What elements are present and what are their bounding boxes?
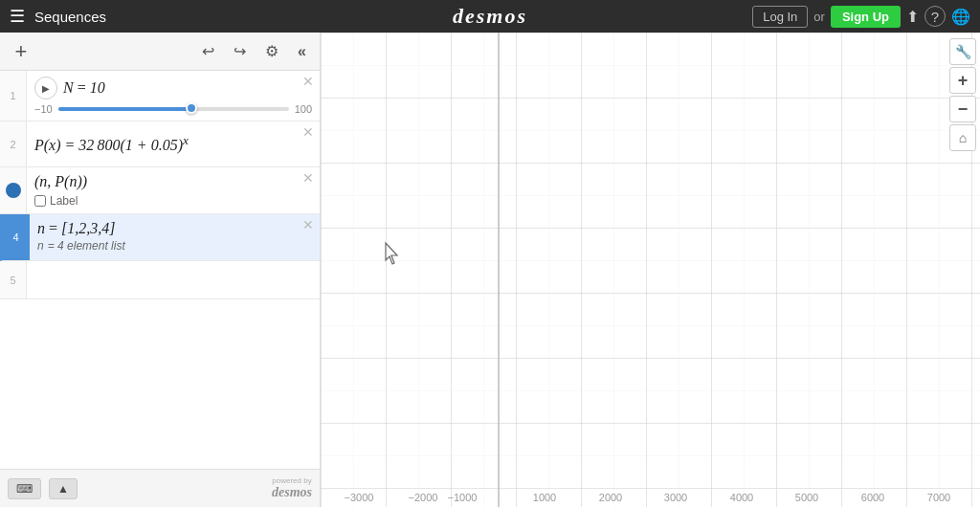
expr-number-1: 1 bbox=[0, 71, 27, 121]
svg-rect-1 bbox=[321, 33, 980, 507]
desmos-logo: desmos bbox=[453, 4, 527, 29]
topbar-left: ☰ Sequences bbox=[10, 6, 106, 27]
menu-button[interactable]: ☰ bbox=[10, 6, 25, 27]
close-expr-4[interactable]: ✕ bbox=[302, 218, 314, 231]
expr-number-4: 4 bbox=[3, 214, 30, 260]
expression-3: (n, P(n)) Label ✕ bbox=[0, 167, 320, 214]
expr-number-3 bbox=[0, 167, 27, 213]
expr-math-2: P(x) = 32 800(1 + 0.05)x bbox=[34, 133, 312, 154]
expr-content-4[interactable]: n = [1,2,3,4] n = 4 element list bbox=[30, 214, 320, 260]
expr-math-3: (n, P(n)) bbox=[34, 173, 312, 190]
or-label: or bbox=[813, 10, 825, 24]
slider-thumb-1[interactable] bbox=[186, 102, 197, 114]
slider-track-1[interactable] bbox=[58, 107, 289, 111]
expr-number-5: 5 bbox=[0, 261, 27, 298]
expr-math-4: n = [1,2,3,4] bbox=[37, 220, 312, 237]
graph-controls: 🔧 + − ⌂ bbox=[946, 33, 980, 157]
main-layout: + ↩ ↪ ⚙ « 1 ▶ N = 10 −10 bbox=[0, 33, 980, 507]
label-checkbox-3[interactable] bbox=[34, 195, 46, 207]
expression-5[interactable]: 5 bbox=[0, 261, 320, 299]
sidebar: + ↩ ↪ ⚙ « 1 ▶ N = 10 −10 bbox=[0, 33, 321, 507]
expression-1: 1 ▶ N = 10 −10 100 bbox=[0, 71, 320, 121]
redo-button[interactable]: ↪ bbox=[228, 38, 252, 64]
color-dot-3[interactable] bbox=[6, 183, 21, 198]
expr-hint-4: n = 4 element list bbox=[37, 237, 312, 254]
expression-toolbar: + ↩ ↪ ⚙ « bbox=[0, 33, 320, 71]
topbar: ☰ Sequences desmos Log In or Sign Up ⬆ ?… bbox=[0, 0, 980, 33]
slider-fill-1 bbox=[58, 107, 192, 111]
share-button[interactable]: ⬆ bbox=[906, 8, 919, 26]
help-button[interactable]: ? bbox=[924, 6, 946, 27]
play-button-1[interactable]: ▶ bbox=[34, 77, 57, 99]
add-expression-button[interactable]: + bbox=[8, 38, 34, 65]
expression-list: 1 ▶ N = 10 −10 100 bbox=[0, 71, 320, 469]
label-row-3: Label bbox=[34, 194, 312, 208]
zoom-out-button[interactable]: − bbox=[949, 96, 976, 122]
empty-input-5[interactable] bbox=[27, 261, 320, 298]
powered-by: powered by desmos bbox=[272, 476, 312, 500]
close-expr-2[interactable]: ✕ bbox=[302, 125, 314, 139]
home-button[interactable]: ⌂ bbox=[949, 124, 976, 151]
expr-math-1: N = 10 bbox=[63, 79, 105, 97]
collapse-button[interactable]: « bbox=[292, 39, 312, 64]
topbar-right: Log In or Sign Up ⬆ ? 🌐 bbox=[752, 6, 970, 28]
expr-content-2[interactable]: P(x) = 32 800(1 + 0.05)x bbox=[27, 121, 320, 166]
globe-button[interactable]: 🌐 bbox=[951, 8, 970, 26]
expr-content-1[interactable]: ▶ N = 10 −10 100 bbox=[27, 71, 320, 121]
slider-row-1: −10 100 bbox=[34, 103, 312, 115]
expr-number-2: 2 bbox=[0, 121, 27, 166]
login-button[interactable]: Log In bbox=[752, 6, 808, 28]
expr-content-3[interactable]: (n, P(n)) Label bbox=[27, 167, 320, 213]
app-title: Sequences bbox=[34, 9, 106, 25]
slider-min-1: −10 bbox=[34, 103, 53, 115]
wrench-button[interactable]: 🔧 bbox=[949, 38, 976, 65]
bottom-bar: ⌨ ▲ powered by desmos bbox=[0, 469, 320, 507]
zoom-in-button[interactable]: + bbox=[949, 67, 976, 94]
label-text-3: Label bbox=[50, 194, 78, 208]
signup-button[interactable]: Sign Up bbox=[831, 6, 901, 28]
graph-grid bbox=[321, 33, 980, 507]
close-expr-3[interactable]: ✕ bbox=[302, 171, 314, 185]
expression-4: 4 n = [1,2,3,4] n = 4 element list ✕ bbox=[0, 214, 320, 261]
expression-2: 2 P(x) = 32 800(1 + 0.05)x ✕ bbox=[0, 121, 320, 167]
undo-button[interactable]: ↩ bbox=[196, 38, 220, 64]
expand-button[interactable]: ▲ bbox=[49, 478, 78, 499]
powered-by-text: powered by bbox=[272, 476, 311, 485]
graph-area[interactable]: 34000 33000 32000 31000 30000 29000 2800… bbox=[321, 33, 980, 507]
desmos-watermark: desmos bbox=[272, 485, 312, 500]
settings-button[interactable]: ⚙ bbox=[259, 38, 284, 64]
slider-max-1: 100 bbox=[295, 103, 312, 115]
close-expr-1[interactable]: ✕ bbox=[302, 75, 314, 88]
keyboard-button[interactable]: ⌨ bbox=[8, 478, 41, 499]
